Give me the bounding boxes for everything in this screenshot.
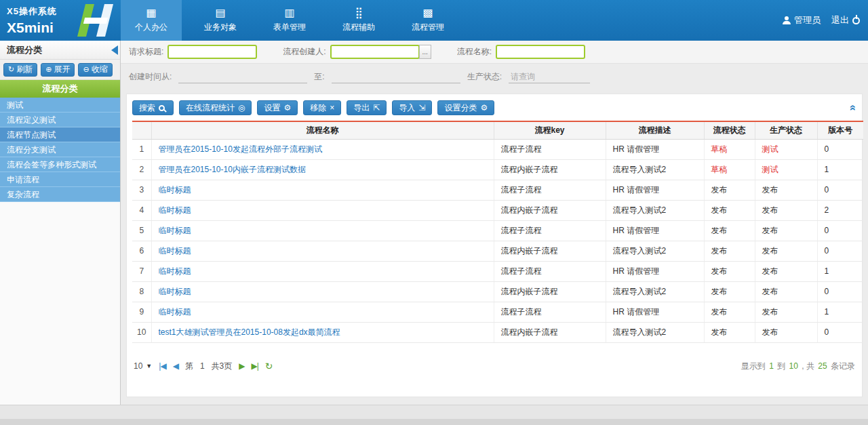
col-header-process-name[interactable]: 流程名称 [151, 121, 494, 139]
nav-label: 流程管理 [412, 22, 444, 33]
col-header-num [132, 121, 151, 139]
filter-row-secondary: 创建时间从: 至: 生产状态: [121, 64, 868, 89]
next-page-button[interactable]: ▶ [239, 361, 244, 371]
power-icon [852, 17, 860, 24]
reload-grid-icon[interactable]: ↻ [265, 361, 273, 371]
sidebar-item-test[interactable]: 测试 [0, 98, 120, 113]
col-header-process-key[interactable]: 流程key [494, 121, 606, 139]
table-row[interactable]: 3 临时标题 流程子流程 HR 请假管理 发布 发布 0 [132, 180, 863, 200]
sidebar-item-complex-process[interactable]: 复杂流程 [0, 187, 120, 202]
last-page-button[interactable]: ▶| [251, 361, 258, 371]
table-row[interactable]: 6 临时标题 流程内嵌子流程 流程导入测试2 发布 发布 0 [132, 241, 863, 261]
prev-page-button[interactable]: ◀ [173, 361, 178, 371]
logout-button[interactable]: 退出 [831, 14, 860, 26]
prod-status-input[interactable] [509, 70, 590, 83]
table-row[interactable]: 10 test1大雄测试管理员在2015-10-08发起dx最简流程 流程内嵌子… [132, 322, 863, 342]
refresh-button[interactable]: ↻ 刷新 [3, 63, 37, 77]
prod-status-badge: 测试 [755, 159, 817, 180]
nav-item-process-assist[interactable]: ⣿ 流程辅助 [328, 0, 389, 41]
footer-strip [0, 405, 868, 425]
sidebar-item-process-node-test[interactable]: 流程节点测试 [0, 127, 120, 142]
page-size-select[interactable]: 10 ▼ [134, 361, 152, 371]
status-badge: 发布 [704, 200, 755, 220]
nav-item-business-objects[interactable]: ▤ 业务对象 [190, 0, 251, 41]
process-creator-label: 流程创建人: [283, 46, 326, 58]
version-cell: 0 [817, 241, 863, 261]
plus-circle-icon: ⊕ [45, 66, 52, 73]
created-to-input[interactable] [332, 70, 460, 83]
user-area: 管理员 退出 [783, 0, 860, 41]
set-category-button[interactable]: 设置分类 ⚙ [437, 100, 494, 115]
sidebar-item-process-definition-test[interactable]: 流程定义测试 [0, 113, 120, 127]
process-name-link[interactable]: 临时标题 [151, 281, 494, 302]
import-label: 导入 [399, 102, 415, 114]
process-key-cell: 流程子流程 [494, 180, 606, 200]
sidebar-item-process-branch-test[interactable]: 流程分支测试 [0, 142, 120, 157]
collapse-search-chevron-icon[interactable]: « [848, 105, 860, 111]
status-badge: 草稿 [704, 139, 755, 159]
table-row[interactable]: 2 管理员在2015-10-10内嵌子流程测试数据 流程内嵌子流程 流程导入测试… [132, 159, 863, 180]
nav-item-form-management[interactable]: ▥ 表单管理 [259, 0, 320, 41]
first-page-button[interactable]: |◀ [159, 361, 165, 371]
table-row[interactable]: 8 临时标题 流程内嵌子流程 流程导入测试2 发布 发布 0 [132, 281, 863, 302]
remove-button[interactable]: 移除 × [303, 100, 341, 115]
collapse-all-button[interactable]: ⊖ 收缩 [78, 63, 112, 77]
col-header-version[interactable]: 版本号 [817, 121, 863, 139]
sidebar-item-apply-process[interactable]: 申请流程 [0, 172, 120, 187]
process-key-cell: 流程内嵌子流程 [494, 322, 606, 342]
col-header-prod-status[interactable]: 生产状态 [755, 121, 817, 139]
table-row[interactable]: 7 临时标题 流程子流程 HR 请假管理 发布 发布 1 [132, 261, 863, 281]
sidebar-item-process-countersign-test[interactable]: 流程会签等多种形式测试 [0, 157, 120, 172]
status-badge: 发布 [704, 302, 755, 322]
apps-grid-icon: ▦ [146, 7, 156, 18]
process-creator-input[interactable] [330, 45, 420, 59]
process-name-link[interactable]: test1大雄测试管理员在2015-10-08发起dx最简流程 [151, 322, 494, 342]
nav-label: 流程辅助 [342, 22, 375, 33]
filter-row-primary: 请求标题: 流程创建人: ... 流程名称: [121, 41, 868, 64]
import-button[interactable]: 导入 ⇲ [392, 100, 432, 115]
process-name-link[interactable]: 管理员在2015-10-10发起流程外部子流程测试 [151, 139, 494, 159]
dots-grid-icon: ⣿ [355, 7, 363, 18]
table-row[interactable]: 5 临时标题 流程子流程 HR 请假管理 发布 发布 0 [132, 220, 863, 241]
sidebar-collapse-arrow-icon[interactable] [111, 45, 118, 55]
request-title-input[interactable] [167, 45, 257, 59]
chevron-down-icon: ▼ [146, 363, 152, 369]
process-name-label: 流程名称: [457, 46, 492, 58]
prod-status-badge: 发布 [755, 220, 817, 241]
table-row[interactable]: 9 临时标题 流程子流程 HR 请假管理 发布 发布 1 [132, 302, 863, 322]
col-header-process-status[interactable]: 流程状态 [704, 121, 755, 139]
process-name-link[interactable]: 临时标题 [151, 220, 494, 241]
collapse-label: 收缩 [92, 64, 108, 75]
search-button[interactable]: 搜索 [132, 100, 174, 115]
current-user[interactable]: 管理员 [783, 14, 821, 26]
creator-picker-button[interactable]: ... [419, 45, 431, 59]
status-badge: 发布 [704, 220, 755, 241]
app-subtitle: X5mini [7, 20, 57, 36]
process-name-link[interactable]: 临时标题 [151, 261, 494, 281]
row-number: 8 [132, 281, 151, 302]
expand-all-button[interactable]: ⊕ 展开 [41, 63, 75, 77]
version-cell: 1 [817, 302, 863, 322]
prod-status-label: 生产状态: [467, 71, 502, 83]
nav-item-process-management[interactable]: ▩ 流程管理 [397, 0, 458, 41]
nav-item-personal-office[interactable]: ▦ 个人办公 [121, 0, 182, 41]
table-row[interactable]: 1 管理员在2015-10-10发起流程外部子流程测试 流程子流程 HR 请假管… [132, 139, 863, 159]
process-name-link[interactable]: 临时标题 [151, 241, 494, 261]
process-name-link[interactable]: 临时标题 [151, 200, 494, 220]
created-from-input[interactable] [178, 70, 307, 83]
online-process-stats-button[interactable]: 在线流程统计 ◎ [179, 100, 252, 115]
process-name-link[interactable]: 临时标题 [151, 180, 494, 200]
process-desc-cell: 流程导入测试2 [606, 200, 704, 220]
process-name-link[interactable]: 临时标题 [151, 302, 494, 322]
search-label: 搜索 [139, 102, 155, 114]
process-desc-cell: 流程导入测试2 [606, 281, 704, 302]
table-row[interactable]: 4 临时标题 流程内嵌子流程 流程导入测试2 发布 发布 2 [132, 200, 863, 220]
settings-button[interactable]: 设置 ⚙ [257, 100, 298, 115]
process-name-link[interactable]: 管理员在2015-10-10内嵌子流程测试数据 [151, 159, 494, 180]
page-number-input[interactable]: 1 [200, 361, 205, 371]
export-icon: ⇱ [373, 104, 380, 112]
export-button[interactable]: 导出 ⇱ [347, 100, 387, 115]
process-name-input[interactable] [496, 45, 585, 59]
col-header-process-desc[interactable]: 流程描述 [606, 121, 704, 139]
status-badge: 发布 [704, 180, 755, 200]
